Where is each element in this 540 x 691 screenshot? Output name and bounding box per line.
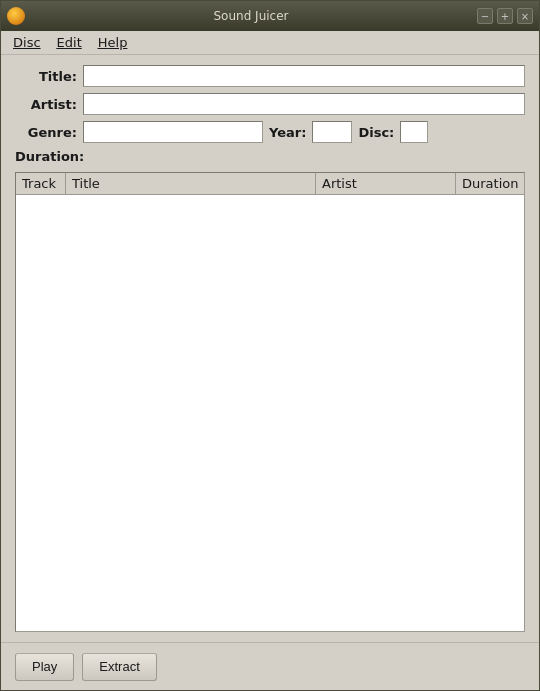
disc-label: Disc: xyxy=(358,125,394,140)
year-label: Year: xyxy=(269,125,306,140)
close-button[interactable]: × xyxy=(517,8,533,24)
track-table-header: Track Title Artist Duration xyxy=(16,173,524,195)
col-header-track[interactable]: Track xyxy=(16,173,66,194)
menu-disc-label: Disc xyxy=(13,35,41,50)
col-header-duration[interactable]: Duration xyxy=(456,173,524,194)
genre-row: Genre: Year: Disc: xyxy=(15,121,525,143)
duration-label: Duration: xyxy=(15,149,84,164)
artist-label: Artist: xyxy=(15,97,77,112)
title-input[interactable] xyxy=(83,65,525,87)
col-header-artist[interactable]: Artist xyxy=(316,173,456,194)
genre-input[interactable] xyxy=(83,121,263,143)
extract-button[interactable]: Extract xyxy=(82,653,156,681)
artist-input[interactable] xyxy=(83,93,525,115)
col-header-title[interactable]: Title xyxy=(66,173,316,194)
minimize-button[interactable]: − xyxy=(477,8,493,24)
maximize-button[interactable]: + xyxy=(497,8,513,24)
content-area: Title: Artist: Genre: Year: Disc: Durati… xyxy=(1,55,539,642)
track-table-body xyxy=(16,195,524,631)
window-title: Sound Juicer xyxy=(25,9,477,23)
menubar: Disc Edit Help xyxy=(1,31,539,55)
disc-input[interactable] xyxy=(400,121,428,143)
menu-help-label: Help xyxy=(98,35,128,50)
bottombar: Play Extract xyxy=(1,642,539,690)
main-window: Sound Juicer − + × Disc Edit Help Title:… xyxy=(0,0,540,691)
menu-help[interactable]: Help xyxy=(90,33,136,52)
play-button[interactable]: Play xyxy=(15,653,74,681)
titlebar-buttons: − + × xyxy=(477,8,533,24)
title-row: Title: xyxy=(15,65,525,87)
duration-row: Duration: xyxy=(15,149,525,164)
title-label: Title: xyxy=(15,69,77,84)
artist-row: Artist: xyxy=(15,93,525,115)
track-table: Track Title Artist Duration xyxy=(15,172,525,632)
menu-edit[interactable]: Edit xyxy=(49,33,90,52)
menu-edit-label: Edit xyxy=(57,35,82,50)
titlebar: Sound Juicer − + × xyxy=(1,1,539,31)
year-input[interactable] xyxy=(312,121,352,143)
menu-disc[interactable]: Disc xyxy=(5,33,49,52)
genre-label: Genre: xyxy=(15,125,77,140)
app-icon xyxy=(7,7,25,25)
